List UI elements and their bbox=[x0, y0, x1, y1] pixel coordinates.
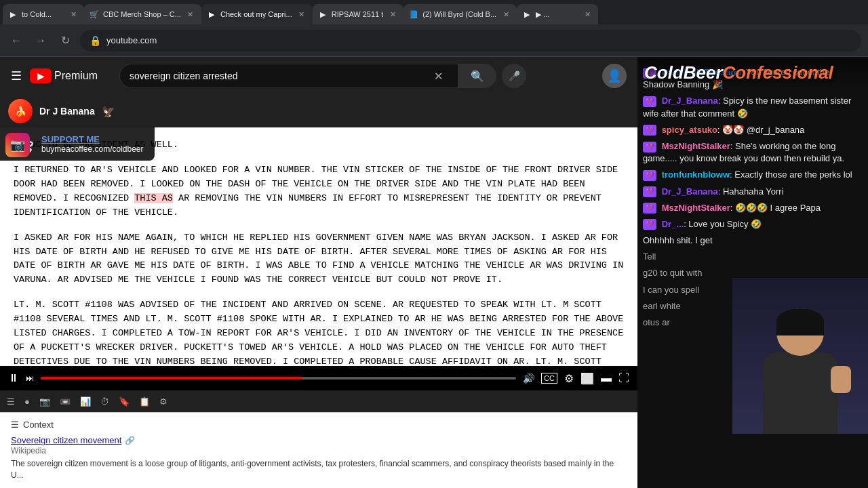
context-source: Wikipedia bbox=[11, 446, 627, 455]
chat-message-6: 💜 MszNightStalker: 🤣🤣🤣 I agree Papa bbox=[643, 202, 863, 214]
back-button[interactable]: ← bbox=[7, 31, 26, 50]
bottom-icon-settings[interactable]: ⚙ bbox=[159, 396, 167, 407]
voice-search-button[interactable]: 🎤 bbox=[502, 64, 526, 88]
tab-close-1[interactable]: ✕ bbox=[68, 9, 79, 20]
chat-badge-3: 💜 bbox=[643, 142, 656, 152]
streamer-info-bar: 🍌 Dr J Banana 🦅 bbox=[0, 95, 637, 127]
tab-close-2[interactable]: ✕ bbox=[185, 9, 196, 20]
lock-icon: 🔒 bbox=[90, 35, 101, 46]
tab-4[interactable]: ▶ RIPSAW 2511 t ✕ bbox=[313, 4, 404, 24]
context-icon: ☰ bbox=[11, 420, 19, 430]
forward-button[interactable]: → bbox=[31, 31, 50, 50]
instagram-icon[interactable]: 📷 bbox=[5, 133, 30, 157]
chat-user-4: tronfunknbloww bbox=[662, 169, 730, 180]
chat-message-7: 💜 Dr_...: Love you Spicy 🤣 bbox=[643, 218, 863, 230]
youtube-premium-label: Premium bbox=[54, 70, 98, 82]
context-description: The sovereign citizen movement is a loos… bbox=[11, 458, 627, 481]
bottom-icon-camera[interactable]: 📷 bbox=[39, 396, 50, 407]
miniplayer-button[interactable]: ⬜ bbox=[580, 372, 594, 385]
browser-address-bar: ← → ↻ 🔒 bbox=[0, 24, 868, 57]
tab-close-5[interactable]: ✕ bbox=[500, 9, 511, 20]
youtube-logo[interactable]: ▶ Premium bbox=[30, 68, 98, 83]
next-button[interactable]: ⏭ bbox=[26, 373, 34, 383]
context-header: ☰ Context bbox=[11, 420, 627, 430]
channel-name-display: ColdBeerConfessional bbox=[644, 62, 861, 83]
chat-panel: ColdBeerConfessional 💜 DancingInTheSand:… bbox=[637, 57, 868, 488]
address-input[interactable] bbox=[106, 35, 852, 45]
youtube-header: ☰ ▶ Premium ✕ 🔍 🎤 👤 bbox=[0, 57, 637, 95]
highlighted-this-as: THIS AS bbox=[134, 193, 173, 203]
volume-icon[interactable]: 🔊 bbox=[523, 373, 534, 384]
chat-message-9: Tell bbox=[643, 251, 863, 263]
context-link[interactable]: Sovereign citizen movement bbox=[11, 435, 121, 445]
video-player-area: ☕ SUPPORT ME buymeacoffee.com/coldbeer 📷… bbox=[0, 127, 637, 390]
streamer-avatar[interactable]: 🍌 bbox=[8, 99, 33, 123]
fullscreen-button[interactable]: ⛶ bbox=[618, 372, 629, 384]
context-panel: ☰ Context Sovereign citizen movement 🔗 W… bbox=[0, 412, 637, 488]
tab-5[interactable]: 📘 (2) Will Byrd (Cold B... ✕ bbox=[403, 4, 517, 24]
hamburger-menu-icon[interactable]: ☰ bbox=[11, 68, 22, 83]
bottom-icon-chart[interactable]: 📊 bbox=[80, 396, 91, 407]
tab-close-3[interactable]: ✕ bbox=[296, 9, 307, 20]
tab-2[interactable]: 🛒 CBC Merch Shop – C... ✕ bbox=[84, 4, 201, 24]
tab-close-4[interactable]: ✕ bbox=[387, 9, 398, 20]
address-bar[interactable]: 🔒 bbox=[80, 30, 861, 52]
tab-1[interactable]: ▶ to Cold... ✕ bbox=[3, 4, 84, 24]
captions-button[interactable]: CC bbox=[541, 373, 557, 384]
tab-label-6: ▶ ... bbox=[536, 10, 578, 19]
bottom-icon-timer[interactable]: ⏱ bbox=[100, 396, 109, 407]
theater-button[interactable]: ▬ bbox=[601, 372, 612, 384]
chat-user-2: spicy_atsuko bbox=[662, 125, 717, 135]
chat-user-6: MszNightStalker bbox=[662, 203, 730, 213]
chat-badge-4: 💜 bbox=[643, 170, 656, 181]
doc-paragraph-1: I RETURNED TO AR'S VEHICLE AND LOOKED FO… bbox=[14, 163, 624, 220]
support-url[interactable]: buymeacoffee.com/coldbeer bbox=[41, 144, 144, 154]
tab-favicon-2: 🛒 bbox=[90, 9, 99, 19]
video-controls-bar: ⏸ ⏭ 🔊 CC ⚙ ⬜ ▬ ⛶ bbox=[0, 366, 637, 390]
bottom-icon-menu[interactable]: ☰ bbox=[7, 396, 15, 407]
streamer-name: Dr J Banana bbox=[39, 106, 95, 117]
progress-fill bbox=[41, 377, 302, 380]
tab-close-6[interactable]: ✕ bbox=[582, 9, 593, 20]
bottom-toolbar: ☰ ● 📷 📼 📊 ⏱ 🔖 📋 ⚙ bbox=[0, 390, 637, 412]
tab-favicon-6: ▶ bbox=[522, 9, 532, 19]
chat-message-3: 💜 MszNightStalker: She's working on the … bbox=[643, 140, 863, 165]
streamer-emoji: 🦅 bbox=[102, 105, 115, 118]
streamer-webcam bbox=[732, 278, 868, 434]
context-label: Context bbox=[23, 420, 54, 430]
chat-user-5: Dr_J_Banana bbox=[662, 186, 718, 197]
tab-label-1: to Cold... bbox=[22, 10, 64, 18]
user-avatar[interactable]: 👤 bbox=[602, 64, 627, 88]
bottom-icon-clipboard[interactable]: 📋 bbox=[139, 396, 150, 407]
chat-message-8: Ohhhhh shit. I get bbox=[643, 235, 863, 247]
chat-badge-7: 💜 bbox=[643, 219, 656, 230]
tab-label-3: Check out my Capri... bbox=[220, 10, 292, 18]
youtube-logo-icon: ▶ bbox=[30, 68, 52, 83]
search-input[interactable] bbox=[130, 70, 429, 81]
channel-name-overlay: ColdBeerConfessional bbox=[637, 57, 868, 89]
tab-label-5: (2) Will Byrd (Cold B... bbox=[422, 10, 496, 18]
chat-message-5: 💜 Dr_J_Banana: Hahahaha Yorri bbox=[643, 186, 863, 198]
chat-user-3: MszNightStalker bbox=[662, 141, 730, 151]
progress-bar[interactable] bbox=[41, 377, 516, 380]
bottom-icon-video[interactable]: 📼 bbox=[60, 396, 71, 407]
search-input-wrap: ✕ bbox=[119, 64, 458, 88]
reload-button[interactable]: ↻ bbox=[56, 31, 75, 50]
chat-message-4: 💜 tronfunknbloww: Exactly those are the … bbox=[643, 169, 863, 181]
tab-3[interactable]: ▶ Check out my Capri... ✕ bbox=[201, 4, 313, 24]
main-content: ☰ ▶ Premium ✕ 🔍 🎤 👤 🍌 Dr J bbox=[0, 57, 868, 488]
chat-user-1: Dr_J_Banana bbox=[662, 96, 718, 106]
search-button[interactable]: 🔍 bbox=[458, 64, 496, 88]
chat-badge-1: 💜 bbox=[643, 96, 656, 107]
bottom-icon-bookmark[interactable]: 🔖 bbox=[119, 396, 130, 407]
search-clear-icon[interactable]: ✕ bbox=[429, 70, 448, 83]
support-title[interactable]: SUPPORT ME bbox=[41, 134, 144, 144]
tab-6[interactable]: ▶ ▶ ... ✕ bbox=[517, 4, 598, 24]
settings-button[interactable]: ⚙ bbox=[564, 372, 574, 385]
header-right: 👤 bbox=[602, 64, 627, 88]
chat-message-2: 💜 spicy_atsuko: 🤡🤡 @dr_j_banana bbox=[643, 124, 863, 136]
support-text: SUPPORT ME buymeacoffee.com/coldbeer bbox=[41, 134, 144, 154]
bottom-icon-record[interactable]: ● bbox=[24, 396, 30, 407]
play-pause-button[interactable]: ⏸ bbox=[8, 372, 19, 384]
tab-label-4: RIPSAW 2511 t bbox=[332, 10, 384, 18]
